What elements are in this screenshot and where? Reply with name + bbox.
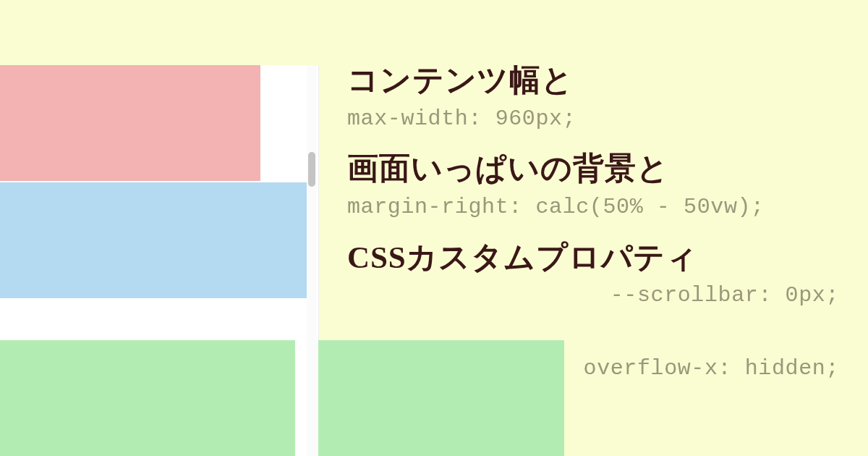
heading-line-1: コンテンツ幅と [347,61,846,100]
code-snippet-4: overflow-x: hidden; [347,354,846,384]
content-block-green-left [0,340,295,456]
code-snippet-1: max-width: 960px; [347,104,846,134]
scrollbar-track [307,65,317,456]
text-column: コンテンツ幅と max-width: 960px; 画面いっぱいの背景と mar… [347,61,846,399]
code-snippet-2: margin-right: calc(50% - 50vw); [347,193,846,222]
scrollbar-thumb [308,152,315,187]
card: コンテンツ幅と max-width: 960px; 画面いっぱいの背景と mar… [0,0,868,456]
layout-illustration [0,65,318,456]
content-block-blue [0,182,307,298]
code-snippet-3: --scrollbar: 0px; [347,281,846,311]
heading-line-3: CSSカスタムプロパティ [347,238,846,277]
heading-line-2: 画面いっぱいの背景と [347,149,846,188]
content-block-red [0,65,260,181]
